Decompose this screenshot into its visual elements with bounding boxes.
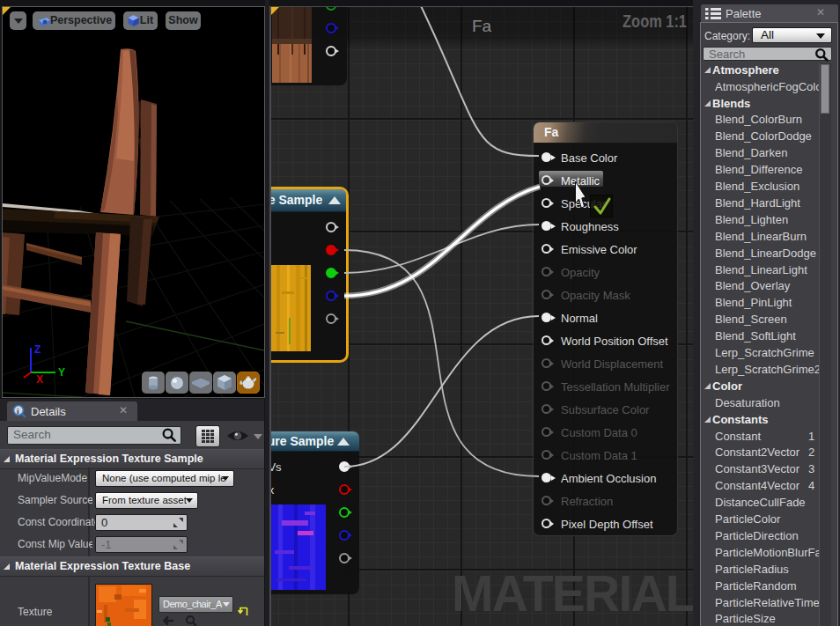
svg-text:Z: Z — [34, 343, 41, 356]
svg-text:Y: Y — [58, 366, 65, 379]
svg-text:X: X — [36, 373, 43, 385]
